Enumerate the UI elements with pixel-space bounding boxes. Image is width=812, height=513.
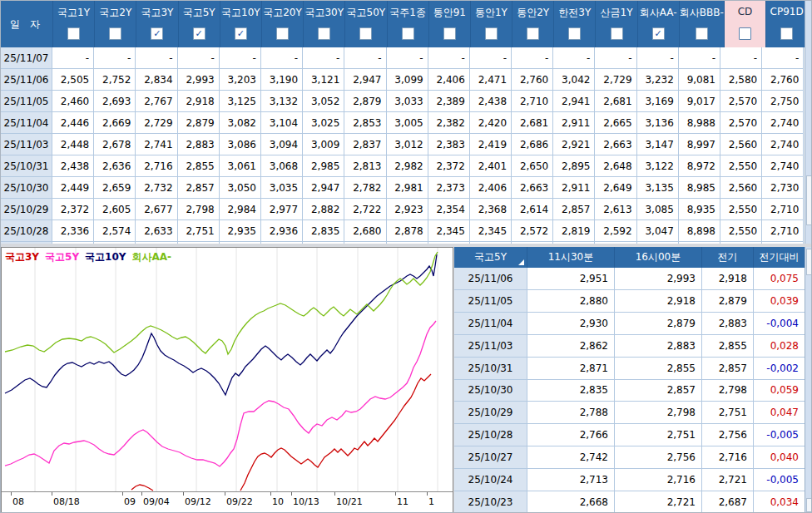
column-header-회사AA-[interactable]: 회사AA-✓ — [638, 1, 680, 47]
quote-header-instrument[interactable]: 국고5Y — [454, 247, 527, 268]
rate-cell[interactable]: 2,650 — [512, 155, 553, 177]
rate-cell[interactable]: 2,389 — [428, 91, 470, 112]
column-header-CP91D[interactable]: CP91D — [766, 1, 805, 47]
rate-cell[interactable]: 2,878 — [387, 220, 428, 242]
column-header-국고10Y[interactable]: 국고10Y✓ — [220, 1, 262, 47]
quote-header-1600[interactable]: 16시00분 — [615, 247, 702, 268]
column-checkbox[interactable]: ✓ — [235, 27, 247, 40]
rate-cell[interactable]: 2,471 — [470, 69, 512, 91]
rate-cell[interactable]: 2,740 — [762, 134, 804, 155]
rate-cell[interactable]: 2,936 — [261, 220, 303, 242]
rate-cell[interactable]: - — [553, 47, 595, 69]
quote-row-25/10/29[interactable]: 25/10/292,7882,7982,7510,047 — [454, 402, 805, 424]
rate-cell[interactable]: - — [428, 47, 470, 69]
column-header-국고3Y[interactable]: 국고3Y✓ — [136, 1, 178, 47]
rate-cell[interactable]: 3,085 — [637, 199, 679, 220]
quote-1130[interactable]: 2,766 — [527, 424, 615, 446]
rate-cell[interactable]: 3,086 — [220, 134, 261, 155]
row-date[interactable]: 25/10/30 — [1, 177, 52, 199]
rate-cell[interactable]: 2,760 — [762, 69, 804, 91]
quote-1130[interactable]: 2,835 — [527, 380, 615, 402]
rate-cell[interactable]: 2,837 — [344, 134, 386, 155]
quote-change[interactable]: -0,005 — [754, 469, 805, 491]
quote-prev[interactable]: 2,918 — [702, 268, 754, 290]
rate-cell[interactable]: 3,009 — [303, 134, 344, 155]
rate-cell[interactable]: 2,420 — [470, 112, 512, 134]
rate-cell[interactable]: 2,560 — [720, 177, 762, 199]
rate-cell[interactable]: 3,122 — [637, 155, 679, 177]
quote-1130[interactable]: 2,862 — [527, 335, 615, 358]
quote-row-25/10/28[interactable]: 25/10/282,7662,7512,756-0,005 — [454, 424, 805, 446]
rate-cell[interactable]: 2,977 — [261, 199, 303, 220]
rate-cell[interactable]: 2,406 — [428, 69, 470, 91]
rate-cell[interactable]: 2,740 — [762, 112, 804, 134]
rate-cell[interactable]: 2,729 — [136, 112, 177, 134]
rate-cell[interactable]: 2,681 — [512, 112, 553, 134]
rate-cell[interactable]: 8,997 — [679, 134, 720, 155]
row-date[interactable]: 25/10/28 — [1, 220, 52, 242]
quote-prev[interactable]: 2,687 — [702, 491, 754, 513]
rate-cell[interactable]: 2,857 — [178, 177, 220, 199]
rate-cell[interactable]: 2,729 — [595, 69, 636, 91]
quote-1600[interactable]: 2,756 — [615, 446, 702, 469]
rate-cell[interactable]: 3,012 — [387, 134, 428, 155]
quote-row-25/11/06[interactable]: 25/11/062,9512,9932,9180,075 — [454, 268, 805, 290]
rate-cell[interactable]: 2,613 — [595, 199, 636, 220]
quote-change[interactable]: 0,040 — [754, 446, 805, 469]
rate-cell[interactable]: 2,449 — [52, 177, 94, 199]
quote-date[interactable]: 25/11/03 — [454, 335, 527, 358]
row-date[interactable]: 25/11/06 — [1, 69, 52, 91]
column-checkbox[interactable] — [485, 27, 498, 40]
quote-1130[interactable]: 2,788 — [527, 402, 615, 424]
rate-cell[interactable]: 2,882 — [303, 199, 344, 220]
rate-cell[interactable]: 9,081 — [679, 69, 720, 91]
rate-cell[interactable]: 8,985 — [679, 177, 720, 199]
row-date[interactable]: 25/11/03 — [1, 134, 52, 155]
rate-cell[interactable]: 2,633 — [136, 220, 177, 242]
rate-cell[interactable]: 2,636 — [94, 155, 136, 177]
rate-cell[interactable]: 3,035 — [261, 177, 303, 199]
rate-cell[interactable]: 2,406 — [470, 177, 512, 199]
quote-change[interactable]: 0,028 — [754, 335, 805, 358]
rate-cell[interactable]: - — [512, 47, 553, 69]
rate-cell[interactable]: 2,760 — [512, 69, 553, 91]
rate-cell[interactable]: 3,025 — [303, 112, 344, 134]
column-header-한전3Y[interactable]: 한전3Y — [554, 1, 596, 47]
rate-cell[interactable]: - — [387, 47, 428, 69]
rate-cell[interactable]: 2,798 — [178, 199, 220, 220]
column-checkbox[interactable] — [67, 27, 80, 40]
quote-date[interactable]: 25/11/06 — [454, 268, 527, 290]
column-checkbox[interactable] — [443, 27, 456, 40]
column-header-통안1Y[interactable]: 통안1Y — [471, 1, 512, 47]
quote-change[interactable]: -0,005 — [754, 424, 805, 446]
rate-cell[interactable]: 3,082 — [220, 112, 261, 134]
rate-cell[interactable]: 2,580 — [720, 69, 762, 91]
column-checkbox[interactable]: ✓ — [151, 27, 163, 40]
rate-cell[interactable]: 2,677 — [136, 199, 177, 220]
quote-date[interactable]: 25/10/27 — [454, 446, 527, 469]
rate-cell[interactable]: 2,550 — [720, 199, 762, 220]
rate-cell[interactable]: 2,572 — [512, 220, 553, 242]
column-header-국고5Y[interactable]: 국고5Y✓ — [179, 1, 220, 47]
rate-cell[interactable]: 2,911 — [553, 177, 595, 199]
column-checkbox[interactable] — [359, 27, 372, 40]
rate-cell[interactable]: 2,686 — [512, 134, 553, 155]
quote-1130[interactable]: 2,742 — [527, 446, 615, 469]
rate-cell[interactable]: 2,767 — [136, 91, 177, 112]
quote-1600[interactable]: 2,993 — [615, 268, 702, 290]
rate-cell[interactable]: - — [52, 47, 94, 69]
rate-cell[interactable]: 2,605 — [94, 199, 136, 220]
rate-cell[interactable]: 3,061 — [220, 155, 261, 177]
rate-cell[interactable]: - — [344, 47, 386, 69]
rate-cell[interactable]: 2,716 — [136, 155, 177, 177]
quote-date[interactable]: 25/11/05 — [454, 290, 527, 313]
rate-cell[interactable]: 2,981 — [387, 177, 428, 199]
rate-cell[interactable]: 2,819 — [553, 220, 595, 242]
rate-cell[interactable]: - — [220, 47, 261, 69]
rate-cell[interactable]: 2,857 — [553, 199, 595, 220]
column-checkbox[interactable] — [611, 27, 623, 40]
rate-cell[interactable]: 2,614 — [512, 199, 553, 220]
quote-1130[interactable]: 2,930 — [527, 313, 615, 335]
rate-cell[interactable]: 3,005 — [387, 112, 428, 134]
rate-cell[interactable]: 2,782 — [344, 177, 386, 199]
